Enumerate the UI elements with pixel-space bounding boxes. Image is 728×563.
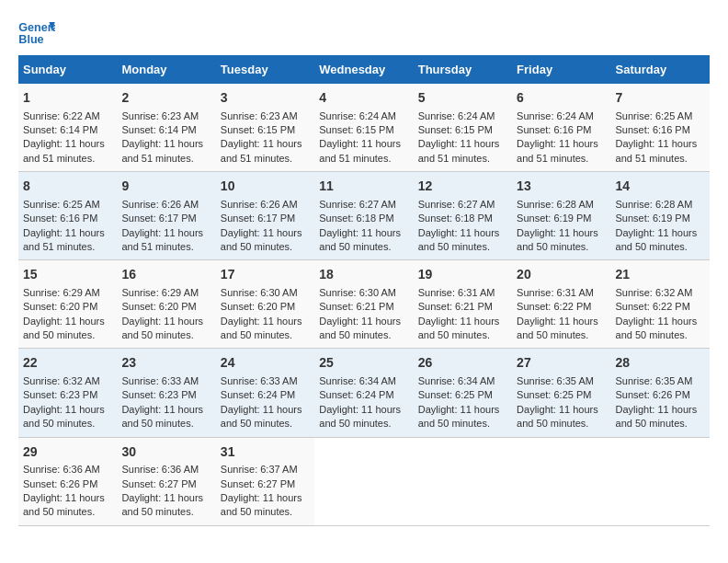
column-header-sunday: Sunday xyxy=(18,55,117,84)
sunrise: Sunrise: 6:25 AM xyxy=(23,199,100,210)
daylight: Daylight: 11 hours and 50 minutes. xyxy=(23,316,105,340)
day-number: 25 xyxy=(319,354,408,373)
sunrise: Sunrise: 6:24 AM xyxy=(418,110,495,121)
sunrise: Sunrise: 6:32 AM xyxy=(23,375,100,386)
calendar-cell: 30Sunrise: 6:36 AMSunset: 6:27 PMDayligh… xyxy=(117,437,215,525)
day-number: 29 xyxy=(23,443,112,462)
calendar-cell: 7Sunrise: 6:25 AMSunset: 6:16 PMDaylight… xyxy=(611,84,710,172)
daylight: Daylight: 11 hours and 50 minutes. xyxy=(221,492,302,517)
sunrise: Sunrise: 6:24 AM xyxy=(319,110,396,121)
calendar-cell: 18Sunrise: 6:30 AMSunset: 6:21 PMDayligh… xyxy=(314,260,413,349)
sunrise: Sunrise: 6:22 AM xyxy=(23,110,100,121)
sunrise: Sunrise: 6:27 AM xyxy=(319,199,396,210)
week-row-1: 1Sunrise: 6:22 AMSunset: 6:14 PMDaylight… xyxy=(18,84,710,172)
sunset: Sunset: 6:24 PM xyxy=(221,389,295,400)
sunset: Sunset: 6:18 PM xyxy=(319,213,393,224)
calendar-header-row: SundayMondayTuesdayWednesdayThursdayFrid… xyxy=(18,55,710,84)
sunrise: Sunrise: 6:36 AM xyxy=(23,464,100,475)
daylight: Daylight: 11 hours and 50 minutes. xyxy=(121,404,203,429)
svg-text:Blue: Blue xyxy=(18,33,43,46)
sunrise: Sunrise: 6:29 AM xyxy=(23,287,100,298)
day-number: 26 xyxy=(418,354,507,373)
day-number: 4 xyxy=(319,89,408,108)
calendar-cell: 9Sunrise: 6:26 AMSunset: 6:17 PMDaylight… xyxy=(117,172,215,260)
sunrise: Sunrise: 6:33 AM xyxy=(121,375,199,386)
calendar-cell: 26Sunrise: 6:34 AMSunset: 6:25 PMDayligh… xyxy=(414,349,512,437)
calendar-cell: 3Sunrise: 6:23 AMSunset: 6:15 PMDaylight… xyxy=(216,84,314,172)
sunrise: Sunrise: 6:35 AM xyxy=(616,375,693,386)
sunrise: Sunrise: 6:34 AM xyxy=(319,375,396,386)
day-number: 10 xyxy=(221,178,310,196)
calendar-cell: 22Sunrise: 6:32 AMSunset: 6:23 PMDayligh… xyxy=(18,349,117,437)
calendar-cell: 31Sunrise: 6:37 AMSunset: 6:27 PMDayligh… xyxy=(216,437,314,525)
sunset: Sunset: 6:16 PM xyxy=(616,124,690,135)
day-number: 23 xyxy=(121,354,210,373)
sunset: Sunset: 6:20 PM xyxy=(221,301,295,312)
calendar-cell: 6Sunrise: 6:24 AMSunset: 6:16 PMDaylight… xyxy=(512,84,610,172)
sunset: Sunset: 6:20 PM xyxy=(121,301,196,312)
daylight: Daylight: 11 hours and 51 minutes. xyxy=(221,138,302,163)
day-number: 18 xyxy=(319,266,408,284)
column-header-tuesday: Tuesday xyxy=(216,55,314,84)
daylight: Daylight: 11 hours and 50 minutes. xyxy=(319,316,401,340)
sunset: Sunset: 6:15 PM xyxy=(221,124,295,135)
day-number: 1 xyxy=(23,89,112,108)
day-number: 24 xyxy=(221,354,310,373)
sunset: Sunset: 6:22 PM xyxy=(616,301,690,312)
daylight: Daylight: 11 hours and 50 minutes. xyxy=(121,316,203,340)
calendar-cell: 29Sunrise: 6:36 AMSunset: 6:26 PMDayligh… xyxy=(18,437,117,525)
week-row-2: 8Sunrise: 6:25 AMSunset: 6:16 PMDaylight… xyxy=(18,172,710,260)
calendar-cell xyxy=(611,437,710,525)
daylight: Daylight: 11 hours and 50 minutes. xyxy=(221,227,302,252)
calendar-cell: 2Sunrise: 6:23 AMSunset: 6:14 PMDaylight… xyxy=(117,84,215,172)
calendar-cell: 24Sunrise: 6:33 AMSunset: 6:24 PMDayligh… xyxy=(216,349,314,437)
day-number: 28 xyxy=(616,354,705,373)
calendar-cell: 23Sunrise: 6:33 AMSunset: 6:23 PMDayligh… xyxy=(117,349,215,437)
calendar-cell: 27Sunrise: 6:35 AMSunset: 6:25 PMDayligh… xyxy=(512,349,610,437)
daylight: Daylight: 11 hours and 50 minutes. xyxy=(23,492,105,517)
sunrise: Sunrise: 6:37 AM xyxy=(221,464,298,475)
calendar-cell: 1Sunrise: 6:22 AMSunset: 6:14 PMDaylight… xyxy=(18,84,117,172)
calendar-cell: 4Sunrise: 6:24 AMSunset: 6:15 PMDaylight… xyxy=(314,84,413,172)
daylight: Daylight: 11 hours and 51 minutes. xyxy=(616,138,698,163)
daylight: Daylight: 11 hours and 51 minutes. xyxy=(121,138,203,163)
day-number: 6 xyxy=(517,89,606,108)
sunset: Sunset: 6:26 PM xyxy=(23,478,97,489)
calendar-cell: 25Sunrise: 6:34 AMSunset: 6:24 PMDayligh… xyxy=(314,349,413,437)
calendar-cell: 14Sunrise: 6:28 AMSunset: 6:19 PMDayligh… xyxy=(611,172,710,260)
day-number: 11 xyxy=(319,178,408,196)
daylight: Daylight: 11 hours and 50 minutes. xyxy=(121,492,203,517)
daylight: Daylight: 11 hours and 51 minutes. xyxy=(23,138,105,163)
calendar-cell: 15Sunrise: 6:29 AMSunset: 6:20 PMDayligh… xyxy=(18,260,117,349)
sunrise: Sunrise: 6:28 AM xyxy=(517,199,594,210)
daylight: Daylight: 11 hours and 50 minutes. xyxy=(517,316,598,340)
week-row-3: 15Sunrise: 6:29 AMSunset: 6:20 PMDayligh… xyxy=(18,260,710,349)
day-number: 7 xyxy=(616,89,705,108)
daylight: Daylight: 11 hours and 50 minutes. xyxy=(517,227,598,252)
logo: General Blue xyxy=(18,18,61,46)
day-number: 3 xyxy=(221,89,310,108)
calendar-cell: 17Sunrise: 6:30 AMSunset: 6:20 PMDayligh… xyxy=(216,260,314,349)
sunset: Sunset: 6:15 PM xyxy=(418,124,493,135)
sunset: Sunset: 6:22 PM xyxy=(517,301,591,312)
sunrise: Sunrise: 6:35 AM xyxy=(517,375,594,386)
sunset: Sunset: 6:19 PM xyxy=(616,213,690,224)
daylight: Daylight: 11 hours and 51 minutes. xyxy=(23,227,105,252)
sunset: Sunset: 6:25 PM xyxy=(517,389,591,400)
day-number: 27 xyxy=(517,354,606,373)
sunset: Sunset: 6:14 PM xyxy=(23,124,97,135)
sunrise: Sunrise: 6:25 AM xyxy=(616,110,693,121)
daylight: Daylight: 11 hours and 51 minutes. xyxy=(121,227,203,252)
daylight: Daylight: 11 hours and 50 minutes. xyxy=(23,404,105,429)
calendar-cell: 20Sunrise: 6:31 AMSunset: 6:22 PMDayligh… xyxy=(512,260,610,349)
page-header: General Blue xyxy=(18,18,710,46)
sunset: Sunset: 6:17 PM xyxy=(121,213,196,224)
sunset: Sunset: 6:17 PM xyxy=(221,213,295,224)
sunrise: Sunrise: 6:23 AM xyxy=(121,110,199,121)
calendar-cell xyxy=(414,437,512,525)
calendar-cell: 28Sunrise: 6:35 AMSunset: 6:26 PMDayligh… xyxy=(611,349,710,437)
calendar-cell: 19Sunrise: 6:31 AMSunset: 6:21 PMDayligh… xyxy=(414,260,512,349)
day-number: 9 xyxy=(121,178,210,196)
sunrise: Sunrise: 6:30 AM xyxy=(221,287,298,298)
day-number: 14 xyxy=(616,178,705,196)
